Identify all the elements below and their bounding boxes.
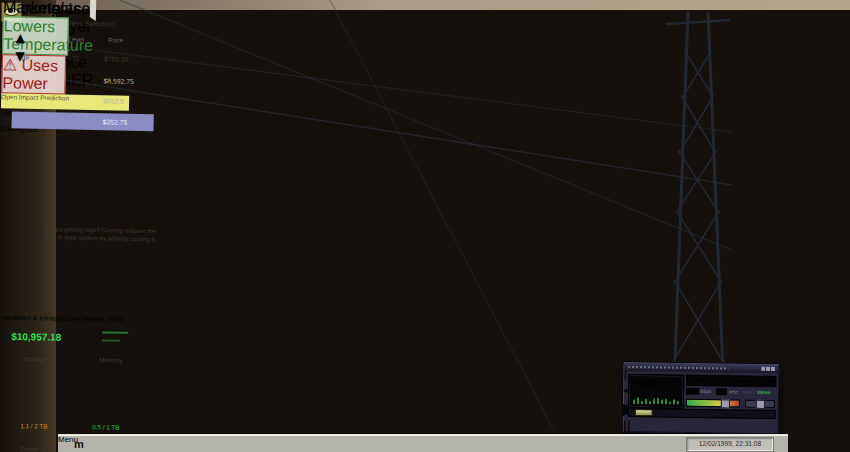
volume-thumb[interactable] xyxy=(721,399,730,408)
item-list[interactable]: Level Price ...ge 11 $765.25 $8,592.75 $… xyxy=(10,29,166,144)
window-title: Hardware & Infrastructure Monitor: 80GB xyxy=(1,314,125,323)
storage-label: Storage xyxy=(5,355,65,363)
list-row[interactable]: ...ge 11 $765.25 xyxy=(13,29,167,32)
item-description: Temps getting high? Cooling reduces the … xyxy=(38,225,162,243)
item-price: $8,592.75 xyxy=(103,77,133,85)
faceminer-logo-icon: m xyxy=(74,437,84,451)
item-price: $252.75 xyxy=(103,118,128,126)
window-title: Marketplace xyxy=(3,0,90,17)
level-panel xyxy=(97,323,144,354)
balance-thumb[interactable] xyxy=(756,400,765,409)
player-window-buttons[interactable] xyxy=(761,367,775,371)
power-label: Power ⚠ xyxy=(3,445,63,452)
seek-thumb[interactable] xyxy=(635,409,653,416)
volume-slider[interactable] xyxy=(686,399,740,408)
visualizer-bars xyxy=(633,395,679,405)
item-price: $765.25 xyxy=(104,55,129,63)
track-title-panel: 1. SEEDBOX - WORKLIFE (3:46) xyxy=(686,375,776,387)
bitrate-unit: kbps xyxy=(701,389,711,394)
column-header-level: Level xyxy=(68,36,84,43)
scroll-up-icon[interactable]: ▲ xyxy=(12,29,21,47)
music-player-window: ▶ 00:12 1. SEEDBOX - WORKLIFE (3:46) 192… xyxy=(622,361,781,435)
marketplace-sound-icon[interactable] xyxy=(90,0,97,21)
balance-slider[interactable] xyxy=(745,400,775,408)
track-title: 1. SEEDBOX - WORKLIFE (3:46) xyxy=(689,377,776,384)
photographed-crt-screen: Documents ♪ Music Player System Surveill… xyxy=(0,0,850,452)
taskbar: m Menu 12/02/1999, 22:31:08 xyxy=(58,434,788,452)
mono-indicator: mono xyxy=(743,390,755,395)
storage-gauge: 1.1 / 2 TB xyxy=(12,364,57,439)
item-name: ...ge xyxy=(16,53,29,60)
list-row[interactable]: $652.5 xyxy=(13,29,167,32)
play-state-icon: ▶ xyxy=(633,379,638,386)
seek-bar[interactable] xyxy=(628,408,776,419)
marketplace-window: Marketplace Item Selection Level Price .… xyxy=(0,0,181,309)
memory-gauge: 0.5 / 1 TB xyxy=(84,365,129,440)
list-row[interactable]: $8,592.75 xyxy=(13,29,167,32)
lcd-panel: ▶ 00:12 xyxy=(628,374,684,409)
memory-label: Memory xyxy=(79,356,143,364)
hardware-monitor-window: Hardware & Infrastructure Monitor: 80GB … xyxy=(0,306,152,452)
memory-value: 0.5 / 1 TB xyxy=(84,423,128,431)
item-level: 11 xyxy=(72,55,79,62)
list-row-selected[interactable]: $252.75 xyxy=(12,111,154,131)
storage-value: 1.1 / 2 TB xyxy=(12,422,56,430)
balance-panel: $10,957.18 xyxy=(7,324,91,351)
titlebar-grip xyxy=(628,366,728,369)
samplerate-value: 44 xyxy=(716,388,727,395)
bitrate-value: 192 xyxy=(686,388,699,395)
taskbar-clock: 12/02/1999, 22:31:08 xyxy=(686,437,774,452)
player-titlebar[interactable] xyxy=(624,363,778,373)
time-display: 00:12 xyxy=(641,377,672,391)
column-header-price: Price xyxy=(108,36,123,43)
balance-value: $10,957.18 xyxy=(11,331,61,343)
item-price: $652.5 xyxy=(103,97,124,104)
stereo-indicator: stereo xyxy=(757,390,770,395)
samplerate-unit: kHz xyxy=(729,389,737,394)
